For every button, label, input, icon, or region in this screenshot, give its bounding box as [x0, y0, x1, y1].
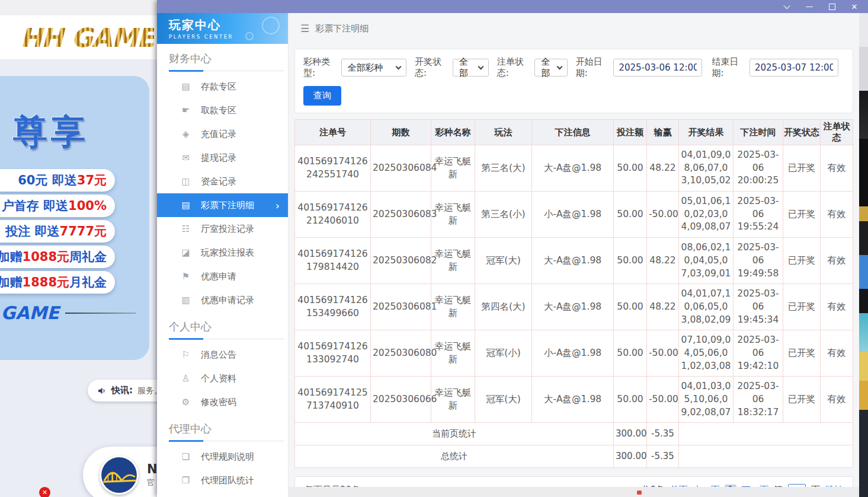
table-row: 401569174126133092740 20250306080 幸运飞艇新 …: [295, 330, 853, 377]
order-status-cell: 有效: [821, 192, 853, 238]
sidebar-item-label: 取款专区: [201, 105, 236, 116]
sidebar-item-label: 玩家投注报表: [201, 247, 254, 259]
period-cell: 20250306082: [371, 238, 431, 284]
sidebar-item-agent-team-stats[interactable]: ❐ 代理团队统计: [157, 469, 288, 492]
sidebar-header: 玩家中心 PLAYERS CENTER: [157, 13, 288, 44]
bet-time-cell: 2025-03-06 19:49:58: [734, 238, 783, 284]
table-row: 401569174126153499660 20250306081 幸运飞艇新 …: [295, 284, 853, 330]
bet-info-cell: 大-A盘@1.98: [532, 377, 614, 423]
report-icon: ◪: [181, 247, 191, 258]
promo-text: 天加赠: [0, 249, 23, 265]
lottery-type-value: 全部彩种: [348, 62, 383, 74]
bet-id-cell: 401569174126133092740: [295, 330, 371, 377]
table-row: 401569174126179814420 20250306082 幸运飞艇新 …: [295, 238, 853, 284]
play-cell: 第三名(大): [475, 145, 532, 192]
sidebar-item-lottery-bet-details[interactable]: ▤ 彩票下注明细 ›: [157, 193, 288, 217]
menu-icon[interactable]: ☰: [300, 23, 309, 34]
bridge-logo-icon: [100, 455, 139, 495]
sidebar-item-profile[interactable]: ♙ 个人资料: [157, 367, 288, 390]
amount-cell: 50.00: [614, 284, 647, 330]
sidebar-item-announcements[interactable]: ⚐ 消息公告: [157, 343, 288, 367]
close-float-button[interactable]: ✕: [39, 487, 50, 497]
promo-highlight: 7777元: [60, 223, 107, 240]
win-loss-cell: -50.00: [647, 377, 679, 423]
sidebar-item-deposit[interactable]: ▤ 存款专区: [157, 75, 288, 98]
filter-panel: 彩种类型: 全部彩种 开奖状态: 全部 注单状态: 全部: [294, 49, 853, 113]
play-cell: 冠军(大): [475, 238, 532, 284]
bet-time-cell: 2025-03-06 19:45:34: [734, 284, 783, 330]
draw-status-cell: 已开奖: [783, 330, 821, 377]
lottery-type-select[interactable]: 全部彩种: [341, 59, 407, 77]
sidebar-item-promo-apply[interactable]: ⚑ 优惠申请: [157, 265, 288, 288]
order-status-cell: 有效: [821, 238, 853, 284]
promo-text: 月礼金: [69, 274, 107, 291]
lottery-type-label: 彩种类型:: [303, 56, 338, 79]
recharge-icon: ◈: [181, 129, 191, 139]
promo-pill: 天加赠1088元周礼金: [0, 246, 115, 268]
draw-status-select[interactable]: 全部: [453, 59, 489, 77]
sidebar-item-label: 资金记录: [201, 176, 236, 187]
order-status-cell: 有效: [821, 330, 853, 377]
col-header-lottery: 彩种名称: [431, 120, 475, 145]
order-status-select[interactable]: 全部: [534, 59, 568, 77]
summary-label: 总统计: [295, 445, 614, 468]
result-cell: 04,01,09,08,06,07,03,10,05,02: [679, 145, 734, 192]
search-button[interactable]: 查询: [303, 86, 341, 106]
period-cell: 20250306066: [371, 377, 431, 423]
col-header-result: 开奖结果: [679, 120, 734, 145]
speaker-icon: [97, 386, 107, 396]
promo-text: 户首存 即送: [2, 197, 68, 214]
sidebar-item-label: 修改密码: [201, 397, 236, 408]
sidebar-item-recharge-records[interactable]: ◈ 充值记录: [157, 122, 288, 146]
sidebar-item-withdrawal-records[interactable]: ✉ 提现记录: [157, 146, 288, 170]
sidebar-item-fund-records[interactable]: ◫ 资金记录: [157, 170, 288, 193]
section-rule: [169, 339, 284, 339]
amount-cell: 50.00: [614, 377, 647, 423]
bet-info-cell: 大-A盘@1.98: [532, 145, 614, 192]
page-summary-row: 当前页统计 300.00 -5.35: [295, 423, 853, 445]
start-date-input[interactable]: [613, 59, 702, 77]
promo-highlight: 37元: [77, 172, 107, 189]
promo-pill: 投注 即送7777元: [0, 220, 115, 243]
footer-strip: [289, 487, 859, 497]
sidebar-item-hall-bet-records[interactable]: ☷ 厅室投注记录: [157, 217, 288, 241]
bet-info-cell: 小-A盘@1.98: [532, 330, 614, 377]
close-button[interactable]: ✕: [850, 2, 859, 11]
play-cell: 第四名(大): [475, 284, 532, 330]
sidebar-item-change-password[interactable]: ⚙ 修改密码: [157, 390, 288, 414]
draw-status-cell: 已开奖: [783, 284, 821, 330]
sidebar-item-agent-rules[interactable]: ❏ 代理规则说明: [157, 445, 288, 469]
breadcrumb: ☰ 彩票下注明细: [289, 13, 859, 44]
section-rule: [169, 441, 284, 441]
draw-status-label: 开奖状态:: [415, 56, 449, 79]
chevron-down-icon[interactable]: [783, 2, 791, 11]
chevron-down-icon: [556, 64, 562, 70]
amount-cell: 50.00: [614, 145, 647, 192]
sidebar-item-label: 充值记录: [201, 129, 236, 140]
sidebar-item-label: 厅室投注记录: [201, 224, 254, 235]
promo-highlight: 1888元: [23, 274, 69, 291]
period-cell: 20250306080: [371, 330, 431, 377]
end-date-input[interactable]: [750, 59, 838, 77]
sidebar-item-label: 消息公告: [201, 349, 236, 361]
footer-red-dot: [637, 490, 642, 495]
sidebar-item-promo-apply-records[interactable]: ▥ 优惠申请记录: [157, 288, 288, 312]
sidebar-item-label: 优惠申请记录: [201, 295, 254, 306]
maximize-button[interactable]: [828, 2, 836, 11]
sidebar-item-player-bet-report[interactable]: ◪ 玩家投注报表: [157, 241, 288, 265]
promo-panel: 尊享 60元 即送37元 户首存 即送100% 投注 即送7777元 天加赠10…: [0, 76, 149, 360]
promo-apply-icon: ⚑: [181, 271, 191, 282]
sidebar-item-label: 优惠申请: [201, 271, 236, 282]
summary-win-loss: -5.35: [647, 445, 679, 468]
minimize-button[interactable]: [805, 2, 813, 11]
sidebar-item-withdraw[interactable]: ☛ 取款专区: [157, 98, 288, 122]
bet-info-cell: 大-A盘@1.98: [532, 238, 614, 284]
draw-status-cell: 已开奖: [783, 145, 821, 192]
bet-id-cell: 401569174125713740910: [295, 377, 371, 423]
section-title-personal: 个人中心: [157, 312, 288, 339]
draw-status-cell: 已开奖: [783, 238, 821, 284]
total-summary-row: 总统计 300.00 -5.35: [295, 445, 853, 468]
summary-amount: 300.00: [614, 445, 647, 468]
win-loss-cell: 48.22: [647, 284, 679, 330]
play-cell: 冠军(大): [475, 377, 532, 423]
